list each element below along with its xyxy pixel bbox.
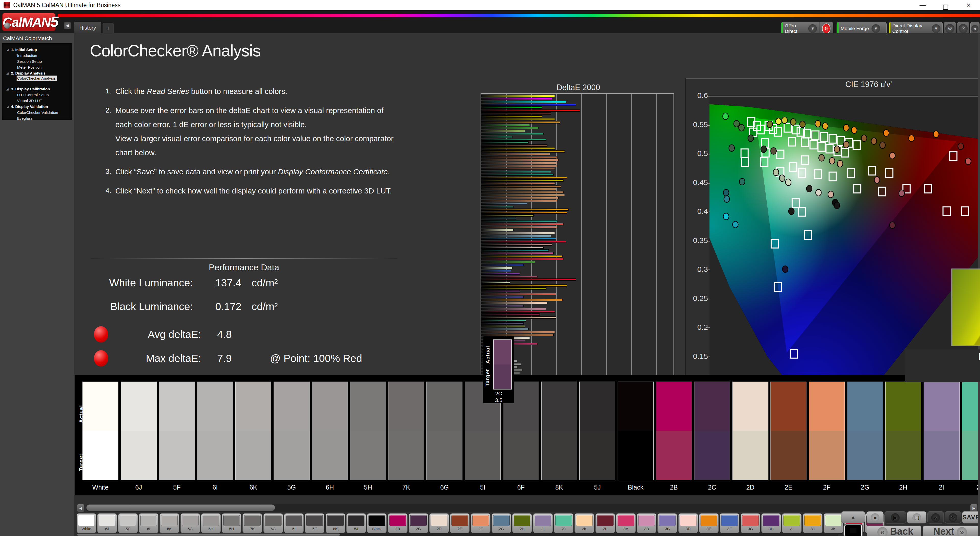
deltae-bar[interactable] bbox=[481, 319, 526, 321]
tree-item-virtual-3d-lut[interactable]: Virtual 3D LUT bbox=[2, 98, 72, 103]
deltae-bar[interactable] bbox=[481, 145, 547, 146]
stop-button[interactable]: ■ bbox=[867, 511, 883, 523]
deltae-bar[interactable] bbox=[481, 124, 530, 126]
toolbar-swatch-white[interactable]: White bbox=[76, 513, 96, 533]
pattern-window-button[interactable] bbox=[844, 525, 862, 536]
toolbar-swatch-6k[interactable]: 6K bbox=[159, 513, 179, 533]
comparator-swatch-2b[interactable]: 2B bbox=[656, 382, 692, 491]
comparator-swatch-6g[interactable]: 6G bbox=[426, 382, 463, 491]
chevron-down-icon[interactable]: ▼ bbox=[808, 24, 817, 33]
tree-item-colorchecker-validation[interactable]: ColorChecker Validation bbox=[2, 110, 72, 115]
comparator-swatch-2f[interactable]: 2F bbox=[809, 382, 845, 491]
deltae-bar[interactable] bbox=[481, 165, 557, 167]
back-button[interactable]: «Back bbox=[867, 525, 921, 536]
deltae-bar[interactable] bbox=[481, 173, 554, 176]
tree-item-session-setup[interactable]: Session Setup bbox=[2, 59, 72, 64]
toolbar-swatch-2e[interactable]: 2E bbox=[450, 513, 469, 533]
deltae-bar[interactable] bbox=[481, 302, 547, 304]
comparator-swatch-5f[interactable]: 5F bbox=[159, 382, 195, 491]
expander-icon[interactable]: ◢ bbox=[6, 105, 8, 108]
toolbar-swatch-2h[interactable]: 2H bbox=[512, 513, 532, 533]
deltae-bar[interactable] bbox=[481, 322, 524, 324]
comparator-swatch-white[interactable]: White bbox=[83, 382, 118, 491]
deltae-bar[interactable] bbox=[481, 150, 565, 153]
expander-icon[interactable]: ◢ bbox=[6, 87, 8, 91]
deltae-bar[interactable] bbox=[481, 243, 552, 245]
deltae-bar[interactable] bbox=[481, 305, 524, 307]
deltae-bar[interactable] bbox=[481, 232, 555, 234]
toolbar-swatch-6f[interactable]: 6F bbox=[305, 513, 325, 533]
swatch-scrollbar-track[interactable] bbox=[86, 504, 980, 512]
toolbar-swatch-2i[interactable]: 2I bbox=[533, 513, 553, 533]
comparator-swatch-2j[interactable]: 2J bbox=[962, 382, 980, 491]
comparator-swatch-6k[interactable]: 6K bbox=[235, 382, 271, 491]
read-single-button[interactable]: [··] bbox=[907, 511, 926, 523]
toolbar-swatch-3d[interactable]: 3D bbox=[678, 513, 698, 533]
deltae-bar[interactable] bbox=[481, 313, 540, 315]
deltae-bar[interactable] bbox=[481, 334, 554, 336]
deltae-bar[interactable] bbox=[481, 110, 580, 111]
deltae-bar[interactable] bbox=[481, 223, 563, 225]
expander-icon[interactable]: ◢ bbox=[6, 48, 8, 52]
tree-item-introduction[interactable]: Introduction bbox=[2, 52, 72, 59]
deltae-bar[interactable] bbox=[481, 156, 557, 158]
deltae-bar[interactable] bbox=[481, 95, 555, 97]
deltae-bar[interactable] bbox=[481, 261, 535, 263]
add-tab-button[interactable]: + bbox=[103, 23, 114, 33]
comparator-swatch-6i[interactable]: 6I bbox=[197, 382, 233, 491]
deltae-bar[interactable] bbox=[481, 293, 556, 295]
deltae-bar[interactable] bbox=[481, 203, 527, 205]
deltae-bar[interactable] bbox=[481, 101, 566, 103]
deltae-bar[interactable] bbox=[481, 282, 510, 283]
toolbar-swatch-6j[interactable]: 6J bbox=[97, 513, 117, 533]
toolbar-swatch-5i[interactable]: 5I bbox=[284, 513, 304, 533]
comparator-swatch-8k[interactable]: 8K bbox=[541, 382, 577, 491]
calman-logo-menu[interactable]: CalMAN5 ▼ bbox=[2, 13, 56, 31]
tree-item-lut-control-setup[interactable]: LUT Control Setup bbox=[2, 92, 72, 98]
toolbar-swatch-5j[interactable]: 5J bbox=[346, 513, 366, 533]
refresh-button[interactable]: ↻ bbox=[945, 511, 961, 523]
deltae-bar[interactable] bbox=[481, 278, 576, 280]
tree-section-3[interactable]: ◢3. Display Calibration bbox=[2, 86, 72, 92]
deltae-bar[interactable] bbox=[481, 115, 542, 118]
deltae-bar[interactable] bbox=[481, 138, 546, 141]
comparator-swatch-black[interactable]: Black bbox=[617, 382, 654, 491]
swatch-scroll-left-button[interactable]: ◀ bbox=[77, 504, 84, 512]
deltae-bar[interactable] bbox=[481, 171, 551, 173]
tree-item-colorchecker-analysis[interactable]: ColorChecker Analysis bbox=[17, 76, 72, 80]
pattern-up-button[interactable]: ▲ bbox=[841, 511, 865, 523]
comparator-swatch-2i[interactable]: 2I bbox=[924, 382, 959, 491]
comparator-swatch-2d[interactable]: 2D bbox=[732, 382, 768, 491]
swatch-scrollbar2-track[interactable] bbox=[76, 533, 838, 536]
comparator-swatch-5g[interactable]: 5G bbox=[274, 382, 310, 491]
toolbar-swatch-2g[interactable]: 2G bbox=[492, 513, 511, 533]
deltae-bar[interactable] bbox=[481, 264, 524, 266]
toolbar-swatch-2l[interactable]: 2L bbox=[595, 513, 615, 533]
toolbar-swatch-7k[interactable]: 7K bbox=[242, 513, 262, 533]
deltae-bar[interactable] bbox=[481, 162, 557, 164]
deltae-bar[interactable] bbox=[481, 208, 569, 211]
comparator-swatch-2g[interactable]: 2G bbox=[847, 382, 883, 491]
toolbar-swatch-3e[interactable]: 3E bbox=[699, 513, 719, 533]
deltae-bar[interactable] bbox=[481, 188, 556, 190]
deltae-bar[interactable] bbox=[481, 226, 557, 228]
deltae-bar[interactable] bbox=[481, 317, 556, 318]
toolbar-swatch-3f[interactable]: 3F bbox=[720, 513, 739, 533]
toolbar-swatch-3k[interactable]: 3K bbox=[824, 513, 843, 533]
deltae-bar[interactable] bbox=[481, 287, 546, 289]
toolbar-swatch-5f[interactable]: 5F bbox=[118, 513, 138, 533]
deltae-bar[interactable] bbox=[481, 185, 561, 187]
chevron-down-icon[interactable]: ▼ bbox=[872, 24, 880, 33]
deltae-bar[interactable] bbox=[481, 220, 557, 222]
read-series-play-button[interactable]: ▶ bbox=[885, 511, 906, 523]
save-button[interactable]: SAVE bbox=[962, 511, 980, 523]
comparator-swatch-2c[interactable]: 2C bbox=[694, 382, 730, 491]
minimize-button[interactable] bbox=[911, 0, 934, 10]
deltae-bar[interactable] bbox=[481, 290, 520, 292]
comparator-swatch-6j[interactable]: 6J bbox=[121, 382, 157, 491]
chevron-down-icon[interactable]: ▼ bbox=[932, 24, 940, 33]
deltae-bar[interactable] bbox=[481, 200, 557, 202]
deltae-bar[interactable] bbox=[481, 206, 514, 208]
deltae-bar[interactable] bbox=[481, 191, 563, 193]
deltae-bar[interactable] bbox=[481, 177, 567, 179]
